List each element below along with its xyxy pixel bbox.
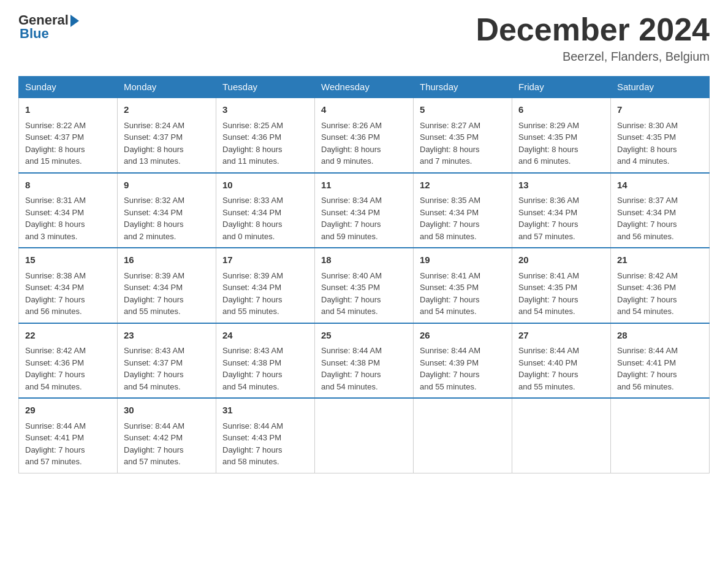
day-number: 29 (25, 404, 111, 418)
day-info: Sunrise: 8:43 AMSunset: 4:38 PMDaylight:… (222, 345, 308, 393)
day-info: Sunrise: 8:36 AMSunset: 4:34 PMDaylight:… (518, 194, 604, 242)
day-info: Sunrise: 8:39 AMSunset: 4:34 PMDaylight:… (222, 270, 308, 318)
calendar-day-cell: 13Sunrise: 8:36 AMSunset: 4:34 PMDayligh… (512, 173, 611, 248)
day-info: Sunrise: 8:38 AMSunset: 4:34 PMDaylight:… (25, 270, 111, 318)
calendar-day-cell: 26Sunrise: 8:44 AMSunset: 4:39 PMDayligh… (414, 323, 512, 399)
day-number: 31 (222, 404, 308, 418)
day-of-week-header: Monday (118, 77, 216, 98)
day-number: 3 (222, 103, 308, 117)
calendar-day-cell: 11Sunrise: 8:34 AMSunset: 4:34 PMDayligh… (315, 173, 414, 248)
day-number: 5 (420, 103, 506, 117)
day-of-week-header: Friday (512, 77, 611, 98)
day-number: 27 (518, 329, 604, 343)
calendar-day-cell: 8Sunrise: 8:31 AMSunset: 4:34 PMDaylight… (19, 173, 118, 248)
calendar-week-row: 1Sunrise: 8:22 AMSunset: 4:37 PMDaylight… (19, 98, 710, 173)
calendar-day-cell: 16Sunrise: 8:39 AMSunset: 4:34 PMDayligh… (118, 248, 216, 323)
day-number: 19 (420, 253, 506, 267)
day-info: Sunrise: 8:30 AMSunset: 4:35 PMDaylight:… (617, 120, 703, 167)
calendar-day-cell: 24Sunrise: 8:43 AMSunset: 4:38 PMDayligh… (216, 323, 315, 399)
calendar-day-cell (414, 398, 512, 473)
calendar-table: SundayMondayTuesdayWednesdayThursdayFrid… (18, 76, 710, 473)
day-info: Sunrise: 8:44 AMSunset: 4:41 PMDaylight:… (617, 345, 703, 393)
day-of-week-header: Wednesday (315, 77, 414, 98)
day-info: Sunrise: 8:44 AMSunset: 4:38 PMDaylight:… (321, 345, 407, 393)
calendar-week-row: 22Sunrise: 8:42 AMSunset: 4:36 PMDayligh… (19, 323, 710, 399)
calendar-day-cell: 29Sunrise: 8:44 AMSunset: 4:41 PMDayligh… (19, 398, 118, 473)
day-info: Sunrise: 8:44 AMSunset: 4:42 PMDaylight:… (124, 420, 210, 468)
calendar-day-cell: 22Sunrise: 8:42 AMSunset: 4:36 PMDayligh… (19, 323, 118, 399)
calendar-day-cell: 31Sunrise: 8:44 AMSunset: 4:43 PMDayligh… (216, 398, 315, 473)
day-info: Sunrise: 8:42 AMSunset: 4:36 PMDaylight:… (617, 270, 703, 318)
calendar-day-cell (611, 398, 710, 473)
calendar-day-cell: 10Sunrise: 8:33 AMSunset: 4:34 PMDayligh… (216, 173, 315, 248)
day-number: 10 (222, 178, 308, 193)
day-number: 13 (518, 178, 604, 193)
calendar-day-cell: 18Sunrise: 8:40 AMSunset: 4:35 PMDayligh… (315, 248, 414, 323)
day-number: 23 (124, 329, 210, 343)
title-block: December 2024 Beerzel, Flanders, Belgium (476, 12, 710, 64)
day-info: Sunrise: 8:24 AMSunset: 4:37 PMDaylight:… (124, 120, 210, 167)
day-info: Sunrise: 8:41 AMSunset: 4:35 PMDaylight:… (420, 270, 506, 318)
calendar-day-cell: 17Sunrise: 8:39 AMSunset: 4:34 PMDayligh… (216, 248, 315, 323)
calendar-day-cell: 21Sunrise: 8:42 AMSunset: 4:36 PMDayligh… (611, 248, 710, 323)
day-info: Sunrise: 8:37 AMSunset: 4:34 PMDaylight:… (617, 194, 703, 242)
day-info: Sunrise: 8:33 AMSunset: 4:34 PMDaylight:… (222, 194, 308, 242)
calendar-day-cell (512, 398, 611, 473)
calendar-day-cell: 9Sunrise: 8:32 AMSunset: 4:34 PMDaylight… (118, 173, 216, 248)
day-number: 26 (420, 329, 506, 343)
calendar-day-cell: 4Sunrise: 8:26 AMSunset: 4:36 PMDaylight… (315, 98, 414, 173)
location-text: Beerzel, Flanders, Belgium (476, 50, 710, 64)
calendar-day-cell: 19Sunrise: 8:41 AMSunset: 4:35 PMDayligh… (414, 248, 512, 323)
day-info: Sunrise: 8:40 AMSunset: 4:35 PMDaylight:… (321, 270, 407, 318)
day-number: 14 (617, 178, 703, 193)
calendar-body: 1Sunrise: 8:22 AMSunset: 4:37 PMDaylight… (19, 98, 710, 473)
day-number: 6 (518, 103, 604, 117)
calendar-day-cell: 20Sunrise: 8:41 AMSunset: 4:35 PMDayligh… (512, 248, 611, 323)
day-info: Sunrise: 8:31 AMSunset: 4:34 PMDaylight:… (25, 194, 111, 242)
day-number: 4 (321, 103, 407, 117)
day-number: 12 (420, 178, 506, 193)
day-number: 28 (617, 329, 703, 343)
calendar-day-cell: 7Sunrise: 8:30 AMSunset: 4:35 PMDaylight… (611, 98, 710, 173)
calendar-day-cell: 6Sunrise: 8:29 AMSunset: 4:35 PMDaylight… (512, 98, 611, 173)
calendar-day-cell: 23Sunrise: 8:43 AMSunset: 4:37 PMDayligh… (118, 323, 216, 399)
day-info: Sunrise: 8:22 AMSunset: 4:37 PMDaylight:… (25, 120, 111, 167)
calendar-day-cell: 15Sunrise: 8:38 AMSunset: 4:34 PMDayligh… (19, 248, 118, 323)
page-header: General Blue December 2024 Beerzel, Flan… (18, 12, 710, 64)
calendar-day-cell: 25Sunrise: 8:44 AMSunset: 4:38 PMDayligh… (315, 323, 414, 399)
day-info: Sunrise: 8:41 AMSunset: 4:35 PMDaylight:… (518, 270, 604, 318)
day-number: 24 (222, 329, 308, 343)
calendar-day-cell: 28Sunrise: 8:44 AMSunset: 4:41 PMDayligh… (611, 323, 710, 399)
calendar-day-cell: 2Sunrise: 8:24 AMSunset: 4:37 PMDaylight… (118, 98, 216, 173)
day-info: Sunrise: 8:32 AMSunset: 4:34 PMDaylight:… (124, 194, 210, 242)
day-info: Sunrise: 8:35 AMSunset: 4:34 PMDaylight:… (420, 194, 506, 242)
day-number: 7 (617, 103, 703, 117)
day-number: 1 (25, 103, 111, 117)
day-number: 25 (321, 329, 407, 343)
day-of-week-header: Sunday (19, 77, 118, 98)
calendar-week-row: 8Sunrise: 8:31 AMSunset: 4:34 PMDaylight… (19, 173, 710, 248)
calendar-day-cell: 14Sunrise: 8:37 AMSunset: 4:34 PMDayligh… (611, 173, 710, 248)
day-number: 9 (124, 178, 210, 193)
day-info: Sunrise: 8:43 AMSunset: 4:37 PMDaylight:… (124, 345, 210, 393)
day-of-week-header: Saturday (611, 77, 710, 98)
day-info: Sunrise: 8:25 AMSunset: 4:36 PMDaylight:… (222, 120, 308, 167)
day-info: Sunrise: 8:42 AMSunset: 4:36 PMDaylight:… (25, 345, 111, 393)
logo-arrow-icon (70, 15, 79, 27)
logo: General Blue (18, 12, 79, 42)
day-info: Sunrise: 8:44 AMSunset: 4:41 PMDaylight:… (25, 420, 111, 468)
day-number: 21 (617, 253, 703, 267)
day-info: Sunrise: 8:44 AMSunset: 4:39 PMDaylight:… (420, 345, 506, 393)
day-number: 8 (25, 178, 111, 193)
calendar-header: SundayMondayTuesdayWednesdayThursdayFrid… (19, 77, 710, 98)
calendar-week-row: 15Sunrise: 8:38 AMSunset: 4:34 PMDayligh… (19, 248, 710, 323)
day-of-week-header: Thursday (414, 77, 512, 98)
day-info: Sunrise: 8:34 AMSunset: 4:34 PMDaylight:… (321, 194, 407, 242)
calendar-day-cell: 12Sunrise: 8:35 AMSunset: 4:34 PMDayligh… (414, 173, 512, 248)
calendar-week-row: 29Sunrise: 8:44 AMSunset: 4:41 PMDayligh… (19, 398, 710, 473)
calendar-day-cell: 1Sunrise: 8:22 AMSunset: 4:37 PMDaylight… (19, 98, 118, 173)
day-number: 16 (124, 253, 210, 267)
day-info: Sunrise: 8:39 AMSunset: 4:34 PMDaylight:… (124, 270, 210, 318)
day-of-week-header: Tuesday (216, 77, 315, 98)
month-title: December 2024 (476, 12, 710, 47)
